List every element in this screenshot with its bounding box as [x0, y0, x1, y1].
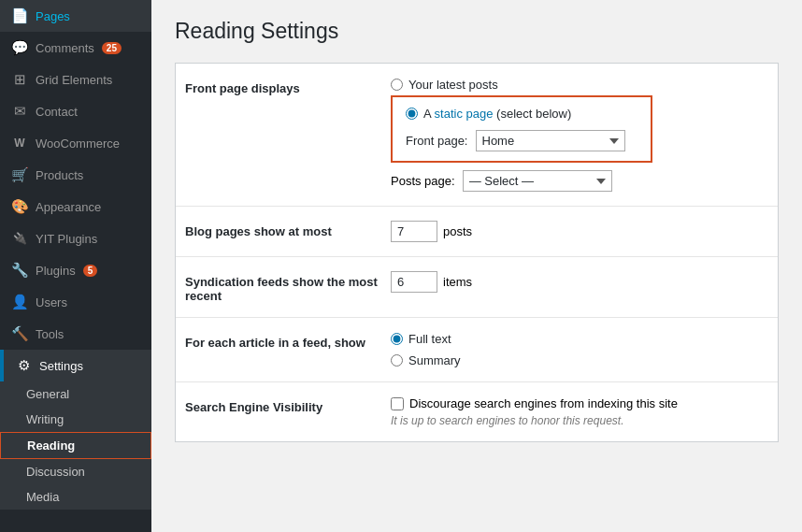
comments-icon: 💬	[11, 39, 28, 56]
pages-icon: 📄	[11, 7, 28, 24]
submenu-label: Reading	[27, 439, 75, 453]
sidebar-item-appearance[interactable]: 🎨 Appearance	[0, 191, 151, 223]
grid-elements-icon: ⊞	[11, 71, 28, 88]
sidebar-item-settings[interactable]: ⚙ Settings	[0, 350, 151, 381]
sidebar-item-label: Appearance	[36, 200, 101, 214]
radio-summary-label: Summary	[408, 353, 461, 367]
radio-full-text-label: Full text	[408, 332, 451, 346]
blog-pages-label: Blog pages show at most	[185, 221, 391, 238]
submenu-item-discussion[interactable]: Discussion	[0, 459, 151, 484]
static-page-box: A static page (select below) Front page:…	[391, 95, 652, 163]
radio-summary-input[interactable]	[391, 354, 403, 367]
yit-icon: 🔌	[11, 230, 28, 247]
contact-icon: ✉	[11, 103, 28, 120]
sidebar-item-label: Plugins	[36, 264, 76, 278]
main-content: Reading Settings Front page displays You…	[151, 0, 802, 532]
row-blog-pages: Blog pages show at most posts	[176, 207, 778, 257]
radio-full-text-input[interactable]	[391, 333, 403, 345]
sidebar-item-label: Contact	[36, 105, 78, 119]
syndication-inline: items	[391, 271, 768, 293]
sidebar-item-users[interactable]: 👤 Users	[0, 286, 151, 318]
comments-badge: 25	[102, 42, 122, 54]
sidebar-item-comments[interactable]: 💬 Comments 25	[0, 32, 151, 64]
submenu-item-media[interactable]: Media	[0, 484, 151, 510]
discourage-checkbox[interactable]	[391, 397, 404, 410]
posts-page-select[interactable]: — Select — Blog News Archive	[463, 170, 612, 192]
sidebar-item-label: Products	[36, 168, 83, 182]
radio-static-page[interactable]: A static page (select below)	[406, 107, 637, 121]
sidebar-item-contact[interactable]: ✉ Contact	[0, 95, 151, 127]
search-engine-control: Discourage search engines from indexing …	[391, 396, 768, 427]
front-page-select-row: Front page: Home About Blog Contact	[406, 130, 637, 151]
static-page-link[interactable]: static page	[435, 107, 494, 121]
search-engine-inline: Discourage search engines from indexing …	[391, 396, 768, 410]
sidebar-item-products[interactable]: 🛒 Products	[0, 159, 151, 191]
feed-article-control: Full text Summary	[391, 332, 768, 367]
blog-pages-inline: posts	[391, 221, 768, 242]
syndication-input[interactable]	[391, 271, 437, 293]
submenu-label: Media	[26, 490, 59, 504]
discourage-label: Discourage search engines from indexing …	[409, 396, 678, 410]
plugins-icon: 🔧	[11, 262, 28, 279]
submenu-label: General	[26, 387, 69, 401]
page-title: Reading Settings	[175, 19, 779, 44]
row-search-engine: Search Engine Visibility Discourage sear…	[176, 382, 778, 441]
radio-latest-posts[interactable]: Your latest posts	[391, 78, 768, 92]
radio-latest-posts-label: Your latest posts	[408, 78, 498, 92]
sidebar-item-yit-plugins[interactable]: 🔌 YIT Plugins	[0, 223, 151, 254]
settings-table: Front page displays Your latest posts A …	[175, 63, 779, 442]
sidebar-item-tools[interactable]: 🔨 Tools	[0, 318, 151, 350]
sidebar-item-label: Settings	[39, 359, 83, 373]
posts-page-select-label: Posts page:	[391, 174, 455, 188]
blog-pages-control: posts	[391, 221, 768, 242]
settings-icon: ⚙	[15, 357, 32, 374]
submenu-item-general[interactable]: General	[0, 381, 151, 407]
posts-page-select-row: Posts page: — Select — Blog News Archive	[391, 170, 768, 192]
search-engine-note: It is up to search engines to honor this…	[391, 414, 768, 427]
submenu-label: Discussion	[26, 465, 85, 479]
front-page-label: Front page displays	[185, 78, 391, 95]
sidebar-item-label: YIT Plugins	[36, 232, 97, 246]
blog-pages-suffix: posts	[443, 224, 472, 238]
front-page-control: Your latest posts A static page (select …	[391, 78, 768, 192]
sidebar-item-plugins[interactable]: 🔧 Plugins 5	[0, 254, 151, 286]
submenu-item-reading[interactable]: Reading	[0, 432, 151, 459]
submenu-label: Writing	[26, 412, 64, 426]
tools-icon: 🔨	[11, 325, 28, 342]
sidebar-item-label: Users	[36, 295, 67, 309]
users-icon: 👤	[11, 294, 28, 310]
feed-radio-group: Full text Summary	[391, 332, 768, 367]
sidebar-item-label: Tools	[36, 327, 64, 341]
syndication-label: Syndication feeds show the most recent	[185, 271, 391, 303]
search-engine-label: Search Engine Visibility	[185, 396, 391, 414]
plugins-badge: 5	[83, 265, 98, 277]
radio-summary[interactable]: Summary	[391, 353, 768, 367]
radio-full-text[interactable]: Full text	[391, 332, 768, 346]
front-page-select-label: Front page:	[406, 134, 468, 148]
syndication-control: items	[391, 271, 768, 293]
row-front-page: Front page displays Your latest posts A …	[176, 64, 778, 207]
row-syndication: Syndication feeds show the most recent i…	[176, 257, 778, 318]
appearance-icon: 🎨	[11, 198, 28, 215]
row-feed-article: For each article in a feed, show Full te…	[176, 318, 778, 382]
feed-article-label: For each article in a feed, show	[185, 332, 391, 350]
sidebar-item-label: Grid Elements	[36, 73, 112, 87]
radio-static-page-input[interactable]	[406, 108, 418, 120]
radio-latest-posts-input[interactable]	[391, 79, 403, 91]
submenu-item-writing[interactable]: Writing	[0, 407, 151, 432]
sidebar-item-pages[interactable]: 📄 Pages	[0, 0, 151, 32]
sidebar-item-grid-elements[interactable]: ⊞ Grid Elements	[0, 64, 151, 95]
sidebar-item-label: WooCommerce	[36, 137, 120, 151]
blog-pages-input[interactable]	[391, 221, 437, 242]
sidebar-item-label: Comments	[36, 41, 94, 55]
woocommerce-icon: W	[11, 135, 28, 151]
settings-submenu: General Writing Reading Discussion Media	[0, 381, 151, 510]
syndication-suffix: items	[443, 275, 472, 289]
sidebar-item-label: Pages	[36, 9, 70, 23]
sidebar: 📄 Pages 💬 Comments 25 ⊞ Grid Elements ✉ …	[0, 0, 151, 532]
sidebar-item-woocommerce[interactable]: W WooCommerce	[0, 127, 151, 159]
products-icon: 🛒	[11, 166, 28, 183]
radio-static-page-label: A static page (select below)	[423, 107, 571, 121]
front-page-select[interactable]: Home About Blog Contact	[476, 130, 625, 151]
